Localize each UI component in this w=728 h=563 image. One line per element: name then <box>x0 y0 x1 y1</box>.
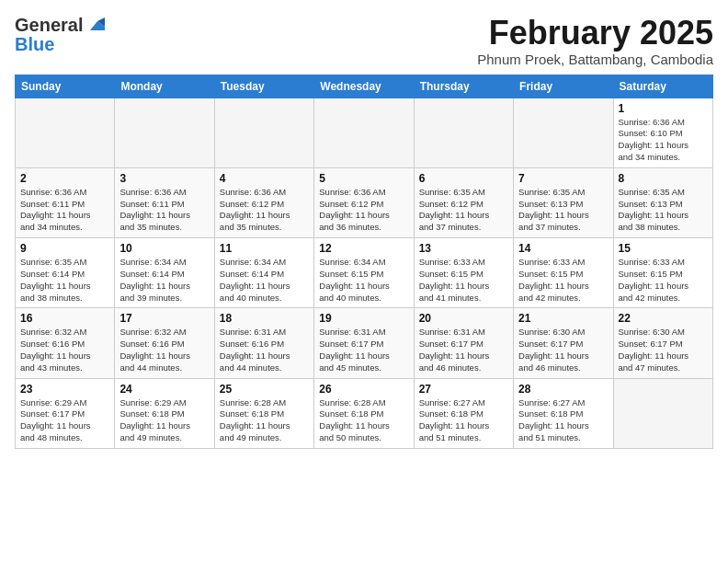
day-number: 9 <box>20 242 109 255</box>
day-header-monday: Monday <box>115 75 214 98</box>
calendar-header-row: SundayMondayTuesdayWednesdayThursdayFrid… <box>16 75 713 98</box>
calendar-cell: 24Sunrise: 6:29 AM Sunset: 6:18 PM Dayli… <box>115 378 214 448</box>
day-number: 20 <box>419 312 508 325</box>
day-info: Sunrise: 6:29 AM Sunset: 6:17 PM Dayligh… <box>20 397 109 444</box>
day-info: Sunrise: 6:34 AM Sunset: 6:15 PM Dayligh… <box>319 257 408 304</box>
day-info: Sunrise: 6:27 AM Sunset: 6:18 PM Dayligh… <box>518 397 608 444</box>
day-header-saturday: Saturday <box>613 75 712 98</box>
calendar-cell <box>613 378 712 448</box>
day-number: 28 <box>518 383 608 396</box>
day-number: 26 <box>319 383 408 396</box>
logo-icon <box>85 17 105 34</box>
day-info: Sunrise: 6:32 AM Sunset: 6:16 PM Dayligh… <box>119 327 209 373</box>
calendar-cell: 28Sunrise: 6:27 AM Sunset: 6:18 PM Dayli… <box>514 378 613 448</box>
day-number: 3 <box>119 172 209 185</box>
calendar-cell: 9Sunrise: 6:35 AM Sunset: 6:14 PM Daylig… <box>16 238 115 308</box>
day-number: 2 <box>20 172 109 185</box>
calendar-cell: 26Sunrise: 6:28 AM Sunset: 6:18 PM Dayli… <box>314 378 414 448</box>
calendar-cell: 25Sunrise: 6:28 AM Sunset: 6:18 PM Dayli… <box>214 378 313 448</box>
day-info: Sunrise: 6:27 AM Sunset: 6:18 PM Dayligh… <box>419 397 508 444</box>
day-info: Sunrise: 6:35 AM Sunset: 6:13 PM Dayligh… <box>619 187 708 234</box>
day-info: Sunrise: 6:31 AM Sunset: 6:17 PM Dayligh… <box>319 327 408 373</box>
calendar-week-1: 1Sunrise: 6:36 AM Sunset: 6:10 PM Daylig… <box>16 98 713 167</box>
day-number: 4 <box>220 172 309 185</box>
day-number: 6 <box>419 172 508 185</box>
day-info: Sunrise: 6:28 AM Sunset: 6:18 PM Dayligh… <box>319 397 408 444</box>
day-number: 10 <box>119 242 209 255</box>
calendar-cell: 15Sunrise: 6:33 AM Sunset: 6:15 PM Dayli… <box>613 238 712 308</box>
day-info: Sunrise: 6:29 AM Sunset: 6:18 PM Dayligh… <box>119 397 209 444</box>
day-header-sunday: Sunday <box>16 75 115 98</box>
calendar-cell: 3Sunrise: 6:36 AM Sunset: 6:11 PM Daylig… <box>115 167 214 237</box>
day-info: Sunrise: 6:33 AM Sunset: 6:15 PM Dayligh… <box>518 257 608 304</box>
day-header-tuesday: Tuesday <box>214 75 313 98</box>
day-number: 7 <box>518 172 608 185</box>
calendar-cell: 27Sunrise: 6:27 AM Sunset: 6:18 PM Dayli… <box>414 378 513 448</box>
day-number: 18 <box>220 312 309 325</box>
calendar-cell: 21Sunrise: 6:30 AM Sunset: 6:17 PM Dayli… <box>514 308 613 378</box>
day-number: 27 <box>419 383 508 396</box>
calendar-cell: 19Sunrise: 6:31 AM Sunset: 6:17 PM Dayli… <box>314 308 414 378</box>
calendar-cell: 4Sunrise: 6:36 AM Sunset: 6:12 PM Daylig… <box>214 167 313 237</box>
page-header: General Blue February 2025 Phnum Proek, … <box>15 15 713 67</box>
calendar-table: SundayMondayTuesdayWednesdayThursdayFrid… <box>15 75 713 449</box>
day-info: Sunrise: 6:36 AM Sunset: 6:11 PM Dayligh… <box>119 187 209 234</box>
calendar-cell <box>414 98 513 167</box>
calendar-cell: 23Sunrise: 6:29 AM Sunset: 6:17 PM Dayli… <box>16 378 115 448</box>
day-number: 21 <box>518 312 608 325</box>
calendar-cell: 10Sunrise: 6:34 AM Sunset: 6:14 PM Dayli… <box>115 238 214 308</box>
day-number: 8 <box>619 172 708 185</box>
logo-general-text: General <box>15 15 83 36</box>
calendar-cell <box>314 98 414 167</box>
day-info: Sunrise: 6:33 AM Sunset: 6:15 PM Dayligh… <box>619 257 708 304</box>
calendar-cell: 16Sunrise: 6:32 AM Sunset: 6:16 PM Dayli… <box>16 308 115 378</box>
day-info: Sunrise: 6:35 AM Sunset: 6:13 PM Dayligh… <box>518 187 608 234</box>
day-header-friday: Friday <box>514 75 613 98</box>
day-info: Sunrise: 6:35 AM Sunset: 6:12 PM Dayligh… <box>419 187 508 234</box>
calendar-cell: 2Sunrise: 6:36 AM Sunset: 6:11 PM Daylig… <box>16 167 115 237</box>
day-number: 17 <box>119 312 209 325</box>
day-number: 19 <box>319 312 408 325</box>
calendar-cell: 22Sunrise: 6:30 AM Sunset: 6:17 PM Dayli… <box>613 308 712 378</box>
day-info: Sunrise: 6:36 AM Sunset: 6:11 PM Dayligh… <box>20 187 109 234</box>
calendar-week-5: 23Sunrise: 6:29 AM Sunset: 6:17 PM Dayli… <box>16 378 713 448</box>
calendar-cell: 20Sunrise: 6:31 AM Sunset: 6:17 PM Dayli… <box>414 308 513 378</box>
day-info: Sunrise: 6:30 AM Sunset: 6:17 PM Dayligh… <box>518 327 608 373</box>
day-info: Sunrise: 6:31 AM Sunset: 6:17 PM Dayligh… <box>419 327 508 373</box>
calendar-cell: 17Sunrise: 6:32 AM Sunset: 6:16 PM Dayli… <box>115 308 214 378</box>
day-info: Sunrise: 6:28 AM Sunset: 6:18 PM Dayligh… <box>220 397 309 444</box>
calendar-cell: 13Sunrise: 6:33 AM Sunset: 6:15 PM Dayli… <box>414 238 513 308</box>
day-number: 24 <box>119 383 209 396</box>
day-number: 13 <box>419 242 508 255</box>
day-info: Sunrise: 6:33 AM Sunset: 6:15 PM Dayligh… <box>419 257 508 304</box>
location-text: Phnum Proek, Battambang, Cambodia <box>477 52 713 67</box>
day-number: 11 <box>220 242 309 255</box>
day-number: 16 <box>20 312 109 325</box>
calendar-cell: 11Sunrise: 6:34 AM Sunset: 6:14 PM Dayli… <box>214 238 313 308</box>
calendar-week-3: 9Sunrise: 6:35 AM Sunset: 6:14 PM Daylig… <box>16 238 713 308</box>
day-number: 25 <box>220 383 309 396</box>
logo: General Blue <box>15 15 107 55</box>
calendar-cell <box>16 98 115 167</box>
day-info: Sunrise: 6:36 AM Sunset: 6:12 PM Dayligh… <box>220 187 309 234</box>
day-info: Sunrise: 6:32 AM Sunset: 6:16 PM Dayligh… <box>20 327 109 373</box>
day-number: 5 <box>319 172 408 185</box>
calendar-week-2: 2Sunrise: 6:36 AM Sunset: 6:11 PM Daylig… <box>16 167 713 237</box>
title-block: February 2025 Phnum Proek, Battambang, C… <box>477 15 713 67</box>
day-number: 22 <box>619 312 708 325</box>
day-number: 23 <box>20 383 109 396</box>
day-number: 1 <box>619 102 708 115</box>
day-number: 14 <box>518 242 608 255</box>
calendar-cell: 14Sunrise: 6:33 AM Sunset: 6:15 PM Dayli… <box>514 238 613 308</box>
day-number: 12 <box>319 242 408 255</box>
day-info: Sunrise: 6:31 AM Sunset: 6:16 PM Dayligh… <box>220 327 309 373</box>
calendar-cell <box>214 98 313 167</box>
day-info: Sunrise: 6:36 AM Sunset: 6:10 PM Dayligh… <box>619 117 708 164</box>
day-info: Sunrise: 6:34 AM Sunset: 6:14 PM Dayligh… <box>119 257 209 304</box>
calendar-cell: 8Sunrise: 6:35 AM Sunset: 6:13 PM Daylig… <box>613 167 712 237</box>
month-title: February 2025 <box>477 15 713 52</box>
day-info: Sunrise: 6:36 AM Sunset: 6:12 PM Dayligh… <box>319 187 408 234</box>
day-number: 15 <box>619 242 708 255</box>
calendar-cell: 1Sunrise: 6:36 AM Sunset: 6:10 PM Daylig… <box>613 98 712 167</box>
calendar-cell <box>514 98 613 167</box>
